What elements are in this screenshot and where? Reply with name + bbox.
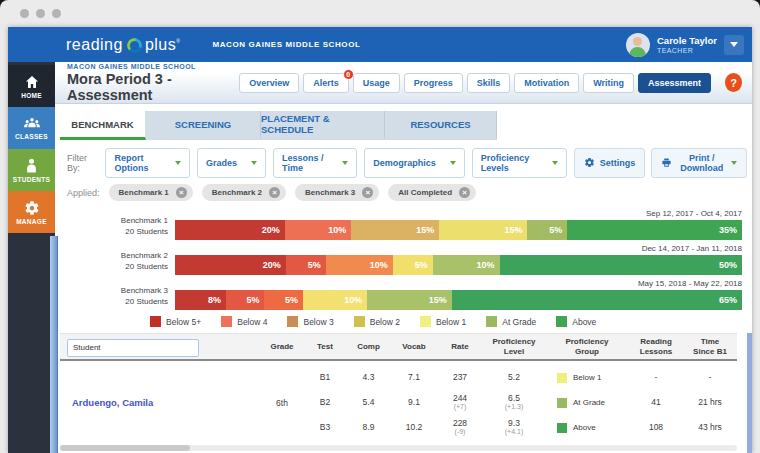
tab-screening[interactable]: SCREENING — [146, 111, 261, 140]
remove-chip-icon[interactable]: × — [459, 187, 470, 198]
applied-chip-benchmark-1[interactable]: Benchmark 1× — [109, 184, 193, 201]
bar-segment-below-2[interactable]: 15% — [439, 220, 527, 240]
benchmark-row-benchmark-1: Benchmark 120 StudentsSep 12, 2017 - Oct… — [55, 209, 752, 240]
nav-button-motivation[interactable]: Motivation — [514, 73, 579, 93]
applied-chips: Benchmark 1×Benchmark 2×Benchmark 3×All … — [109, 184, 477, 201]
column-header-reading-lessons[interactable]: Reading Lessons — [629, 337, 683, 356]
filter-dropdown-report-options[interactable]: Report Options — [105, 148, 190, 178]
classes-group-icon — [23, 116, 41, 131]
window-control-dot[interactable] — [36, 9, 45, 18]
tab-placement-schedule[interactable]: PLACEMENT & SCHEDULE — [261, 111, 385, 140]
reading-lessons-cell: 41 — [629, 398, 683, 408]
sidebar-item-home[interactable]: HOME — [8, 65, 55, 107]
filter-dropdown-demographics[interactable]: Demographics — [364, 148, 465, 178]
horizontal-scrollbar-thumb[interactable] — [60, 445, 190, 451]
bar-segment-below-4[interactable]: 5% — [286, 255, 326, 275]
nav-button-overview[interactable]: Overview — [239, 73, 299, 93]
legend-label: Above — [572, 317, 596, 327]
column-header-vocab[interactable]: Vocab — [391, 342, 437, 352]
segment-percent-label: 20% — [263, 260, 281, 270]
segment-percent-label: 5% — [415, 260, 428, 270]
column-header-proficiency-group[interactable]: Proficiency Group — [545, 337, 629, 356]
bar-segment-below-4[interactable]: 5% — [226, 290, 265, 310]
printer-icon — [661, 157, 672, 170]
sidebar-item-students[interactable]: STUDENTS — [8, 149, 55, 191]
bar-segment-above[interactable]: 35% — [567, 220, 742, 240]
applied-chip-all-completed[interactable]: All Completed× — [388, 184, 476, 201]
column-header-test[interactable]: Test — [304, 342, 346, 352]
tab-resources[interactable]: RESOURCES — [385, 111, 497, 140]
bar-segment-at-grade[interactable]: 10% — [433, 255, 500, 275]
bar-segment-above[interactable]: 65% — [452, 290, 742, 310]
student-table: GradeTestCompVocabRateProficiency LevelP… — [60, 333, 737, 442]
bar-segment-above[interactable]: 50% — [500, 255, 742, 275]
column-header-proficiency-level[interactable]: Proficiency Level — [483, 337, 545, 356]
remove-chip-icon[interactable]: × — [362, 187, 373, 198]
bar-segment-at-grade[interactable]: 5% — [527, 220, 567, 240]
benchmark-date-range: Dec 14, 2017 - Jan 11, 2018 — [175, 244, 742, 253]
nav-button-writing[interactable]: Writing — [583, 73, 634, 93]
print-download-button[interactable]: Print / Download — [651, 148, 747, 178]
column-header-comp[interactable]: Comp — [346, 342, 391, 352]
sidebar-scrollbar[interactable] — [50, 236, 58, 453]
print-download-label: Print / Download — [677, 153, 726, 173]
rate-value: 244 — [437, 394, 483, 404]
window-control-dot[interactable] — [52, 9, 61, 18]
bar-segment-below-5[interactable]: 20% — [175, 220, 285, 240]
sidebar-item-classes[interactable]: CLASSES — [8, 107, 55, 149]
nav-button-label: Assessment — [648, 78, 701, 88]
tab-benchmark[interactable]: BENCHMARK — [60, 111, 146, 140]
vertical-scrollbar[interactable] — [747, 333, 752, 453]
nav-button-progress[interactable]: Progress — [404, 73, 463, 93]
chevron-down-icon — [450, 161, 456, 165]
tab-bar: BENCHMARKSCREENINGPLACEMENT & SCHEDULERE… — [60, 111, 752, 140]
student-name-link[interactable]: Arduengo, Camila — [60, 397, 260, 408]
legend-label: Below 1 — [436, 317, 466, 327]
bar-segment-at-grade[interactable]: 15% — [367, 290, 452, 310]
settings-button[interactable]: Settings — [574, 148, 646, 178]
remove-chip-icon[interactable]: × — [176, 187, 187, 198]
user-menu[interactable]: Carole Taylor TEACHER — [626, 33, 744, 57]
reading-plus-logo[interactable]: reading plus ® — [66, 35, 180, 54]
nav-button-alerts[interactable]: Alerts0 — [303, 73, 349, 93]
rate-delta: (+7) — [437, 403, 483, 411]
proficiency-level-cell: 6.5(+1.3) — [483, 394, 545, 412]
column-header-time-since-b1[interactable]: Time Since B1 — [683, 337, 737, 356]
column-header-grade[interactable]: Grade — [260, 342, 304, 352]
bar-segment-below-2[interactable]: 10% — [303, 290, 367, 310]
window-controls — [20, 9, 61, 18]
bar-segment-below-3[interactable]: 5% — [264, 290, 303, 310]
chip-label: Benchmark 1 — [119, 188, 169, 197]
bar-segment-below-5[interactable]: 8% — [175, 290, 226, 310]
applied-chip-benchmark-2[interactable]: Benchmark 2× — [202, 184, 286, 201]
bar-segment-below-3[interactable]: 10% — [326, 255, 393, 275]
column-header-rate[interactable]: Rate — [437, 342, 483, 352]
nav-button-skills[interactable]: Skills — [467, 73, 511, 93]
benchmark-name: Benchmark 1 — [55, 216, 168, 226]
filter-dropdown-label: Grades — [206, 158, 237, 168]
proficiency-group-label: Below 1 — [573, 373, 601, 382]
nav-button-usage[interactable]: Usage — [353, 73, 400, 93]
filter-dropdown-lessons-time[interactable]: Lessons / Time — [273, 148, 357, 178]
bar-segment-below-5[interactable]: 20% — [175, 255, 286, 275]
segment-percent-label: 50% — [719, 260, 737, 270]
filter-dropdown-proficiency-levels[interactable]: Proficiency Levels — [472, 148, 567, 178]
app-header: reading plus ® MACON GAINES MIDDLE SCHOO… — [8, 27, 752, 62]
user-menu-chevron-button[interactable] — [724, 35, 744, 55]
nav-button-label: Alerts — [313, 78, 339, 88]
chevron-down-icon — [251, 161, 257, 165]
applied-chip-benchmark-3[interactable]: Benchmark 3× — [295, 184, 379, 201]
sidebar-item-manage[interactable]: MANAGE — [8, 191, 55, 233]
filter-dropdown-grades[interactable]: Grades — [197, 148, 266, 178]
window-control-dot[interactable] — [20, 9, 29, 18]
help-button[interactable]: ? — [725, 73, 742, 92]
bar-segment-below-3[interactable]: 15% — [351, 220, 439, 240]
logo-text-plus: plus — [145, 36, 176, 54]
nav-button-assessment[interactable]: Assessment — [638, 73, 711, 93]
bar-segment-below-2[interactable]: 5% — [393, 255, 433, 275]
student-search-input[interactable] — [67, 339, 199, 357]
legend-item-below-2: Below 2 — [354, 316, 400, 327]
remove-chip-icon[interactable]: × — [269, 187, 280, 198]
bar-segment-below-4[interactable]: 10% — [285, 220, 351, 240]
legend-item-below-1: Below 1 — [420, 316, 466, 327]
